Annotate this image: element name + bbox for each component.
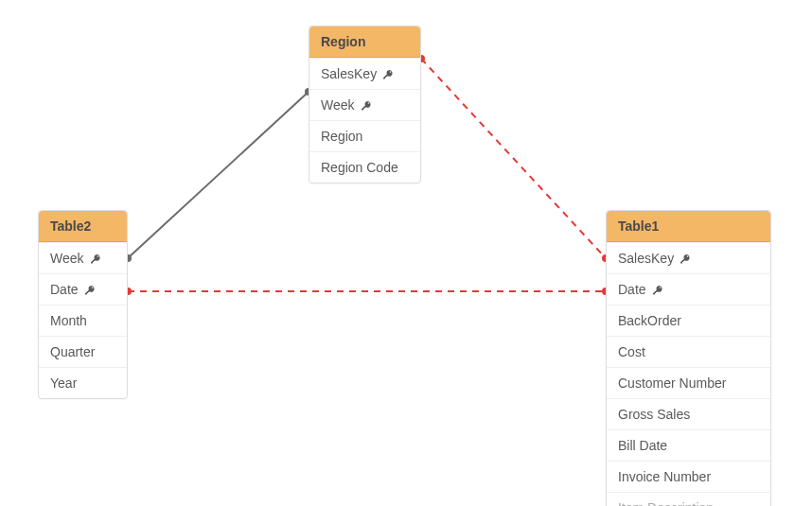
field-row[interactable]: Invoice Number [607, 461, 770, 492]
field-row[interactable]: Week [39, 242, 127, 273]
key-icon [382, 68, 394, 79]
field-name: Bill Date [618, 438, 667, 453]
field-name: SalesKey [618, 251, 674, 266]
field-name: Year [50, 375, 77, 391]
field-name: Week [50, 251, 84, 266]
key-icon [90, 253, 101, 264]
field-row[interactable]: BackOrder [607, 305, 770, 336]
table-title[interactable]: Table2 [39, 211, 127, 242]
field-name: BackOrder [618, 313, 681, 328]
field-name: Customer Number [618, 375, 726, 391]
field-name: Month [50, 313, 87, 328]
svg-point-5 [659, 287, 661, 288]
field-row[interactable]: SalesKey [309, 58, 420, 89]
connector-dashed [421, 59, 606, 258]
table-node-table1[interactable]: Table1 SalesKey Date BackOrder Cost Cust… [606, 210, 771, 506]
svg-point-4 [687, 255, 689, 257]
field-name: Item Description [618, 500, 714, 506]
svg-point-2 [97, 255, 98, 257]
field-name: Gross Sales [618, 407, 690, 422]
field-row[interactable]: Quarter [39, 336, 127, 367]
field-row[interactable]: Region [309, 120, 420, 151]
field-row[interactable]: Customer Number [607, 367, 770, 398]
field-row[interactable]: Date [607, 273, 770, 305]
field-name: Date [618, 282, 646, 297]
field-row[interactable]: Week [309, 89, 420, 120]
field-name: Quarter [50, 344, 95, 359]
svg-point-0 [390, 71, 392, 73]
field-name: Region Code [321, 160, 398, 175]
svg-point-3 [91, 287, 93, 288]
table-node-region[interactable]: Region SalesKey Week Region Region Code [309, 26, 421, 183]
field-row[interactable]: Year [39, 367, 127, 398]
key-icon [84, 284, 96, 295]
field-name: Region [321, 129, 362, 144]
field-row[interactable]: SalesKey [607, 242, 770, 273]
field-row[interactable]: Item Description [607, 492, 770, 506]
field-name: Week [321, 97, 355, 113]
field-name: Cost [618, 344, 645, 359]
field-name: Date [50, 282, 79, 297]
field-row[interactable]: Month [39, 305, 127, 336]
connector-solid [128, 92, 309, 258]
table-title[interactable]: Region [309, 26, 420, 58]
svg-point-1 [367, 102, 369, 104]
key-icon [652, 284, 663, 295]
key-icon [361, 99, 372, 111]
table-node-table2[interactable]: Table2 Week Date Month Quarter Year [38, 210, 128, 399]
model-canvas[interactable]: Region SalesKey Week Region Region Code … [0, 0, 812, 506]
field-row[interactable]: Gross Sales [607, 398, 770, 429]
field-row[interactable]: Cost [607, 336, 770, 367]
table-title[interactable]: Table1 [607, 211, 770, 242]
field-row[interactable]: Date [39, 273, 127, 305]
field-row[interactable]: Bill Date [607, 429, 770, 461]
field-row[interactable]: Region Code [309, 151, 420, 183]
key-icon [680, 253, 691, 264]
field-name: Invoice Number [618, 469, 711, 484]
field-name: SalesKey [321, 66, 377, 81]
